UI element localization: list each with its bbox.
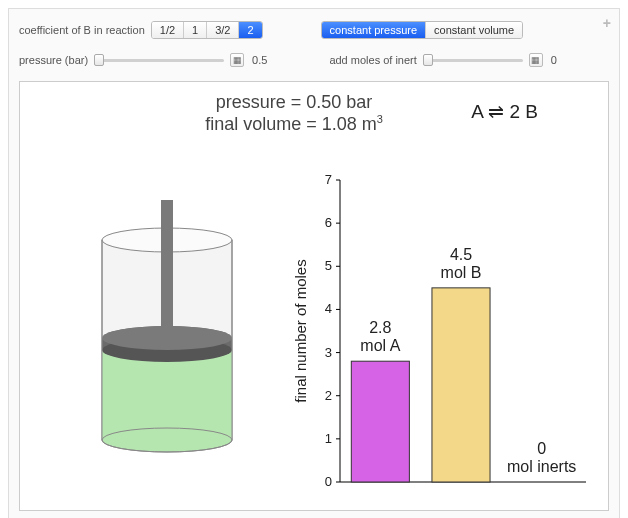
svg-text:mol inerts: mol inerts bbox=[507, 458, 576, 475]
inert-label: add moles of inert bbox=[329, 54, 416, 66]
coeff-label: coefficient of B in reaction bbox=[19, 24, 145, 36]
svg-text:0: 0 bbox=[325, 474, 332, 489]
controls-row-1: coefficient of B in reaction 1/2 1 3/2 2… bbox=[19, 17, 609, 43]
pressure-stepper-icon[interactable]: ▦ bbox=[230, 53, 244, 67]
reaction-equation: A ⇌ 2 B bbox=[471, 100, 538, 123]
svg-text:3: 3 bbox=[325, 345, 332, 360]
pressure-slider[interactable] bbox=[94, 53, 224, 67]
expand-icon[interactable]: + bbox=[603, 15, 611, 31]
pressure-label: pressure (bar) bbox=[19, 54, 88, 66]
svg-text:5: 5 bbox=[325, 258, 332, 273]
svg-text:2: 2 bbox=[325, 388, 332, 403]
svg-text:1: 1 bbox=[325, 431, 332, 446]
inert-readout: 0 bbox=[551, 54, 557, 66]
svg-text:6: 6 bbox=[325, 215, 332, 230]
headline-volume-text: final volume = 1.08 m bbox=[205, 114, 377, 134]
headline-volume-exp: 3 bbox=[377, 113, 383, 125]
svg-text:final number of moles: final number of moles bbox=[292, 259, 309, 402]
mode-constant-pressure[interactable]: constant pressure bbox=[322, 22, 426, 38]
piston-svg bbox=[32, 170, 292, 500]
root-panel: + coefficient of B in reaction 1/2 1 3/2… bbox=[8, 8, 620, 518]
svg-text:4.5: 4.5 bbox=[450, 246, 472, 263]
pressure-readout: 0.5 bbox=[252, 54, 267, 66]
coeff-option-2[interactable]: 2 bbox=[239, 22, 261, 38]
svg-rect-29 bbox=[351, 361, 409, 482]
controls-row-2: pressure (bar) ▦ 0.5 add moles of inert … bbox=[19, 47, 609, 73]
coeff-option-1-2[interactable]: 1/2 bbox=[152, 22, 184, 38]
coeff-segmented[interactable]: 1/2 1 3/2 2 bbox=[151, 21, 263, 39]
svg-rect-32 bbox=[432, 288, 490, 482]
mode-constant-volume[interactable]: constant volume bbox=[426, 22, 522, 38]
bar-chart-svg: 01234567final number of moles2.8mol A4.5… bbox=[292, 170, 592, 500]
bar-chart: 01234567final number of moles2.8mol A4.5… bbox=[292, 170, 596, 500]
svg-text:mol A: mol A bbox=[360, 337, 400, 354]
inert-slider[interactable] bbox=[423, 53, 523, 67]
svg-text:7: 7 bbox=[325, 172, 332, 187]
coeff-option-1[interactable]: 1 bbox=[184, 22, 207, 38]
svg-text:4: 4 bbox=[325, 301, 332, 316]
svg-text:mol B: mol B bbox=[441, 264, 482, 281]
visualization-pane: pressure = 0.50 bar final volume = 1.08 … bbox=[19, 81, 609, 511]
piston-diagram bbox=[32, 170, 292, 500]
svg-text:2.8: 2.8 bbox=[369, 319, 391, 336]
inert-stepper-icon[interactable]: ▦ bbox=[529, 53, 543, 67]
coeff-option-3-2[interactable]: 3/2 bbox=[207, 22, 239, 38]
mode-segmented[interactable]: constant pressure constant volume bbox=[321, 21, 524, 39]
svg-rect-9 bbox=[161, 200, 173, 340]
svg-text:0: 0 bbox=[537, 440, 546, 457]
